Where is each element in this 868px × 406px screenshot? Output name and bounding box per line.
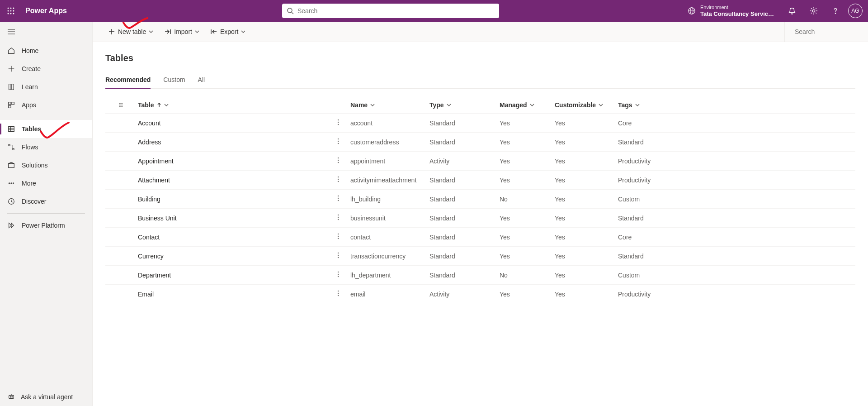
app-launcher-button[interactable] [0,0,22,22]
cell-tags: Standard [613,133,855,152]
sidebar-item-apps[interactable]: Apps [0,96,92,114]
row-select[interactable] [105,285,132,304]
row-actions-button[interactable] [331,152,345,171]
cell-type: Activity [424,152,494,171]
table-row[interactable]: Buildinglh_buildingStandardNoYesCustom [105,190,855,209]
cell-display-name[interactable]: Business Unit [132,209,331,228]
row-select[interactable] [105,228,132,247]
table-row[interactable]: ContactcontactStandardYesYesCore [105,228,855,247]
ask-virtual-agent-button[interactable]: Ask a virtual agent [0,388,92,406]
sidebar-item-discover[interactable]: Discover [0,192,92,210]
environment-picker[interactable]: Environment Tata Consultancy Servic… [680,5,781,18]
svg-point-77 [338,293,339,294]
waffle-icon [7,7,14,14]
cell-display-name[interactable]: Email [132,285,331,304]
column-header-managed[interactable]: Managed [494,97,549,114]
cell-display-name[interactable]: Department [132,266,331,285]
sidebar-item-label: Flows [22,143,38,151]
notifications-button[interactable] [781,0,803,22]
cell-display-name[interactable]: Currency [132,247,331,266]
cell-display-name[interactable]: Account [132,114,331,133]
cell-tags: Custom [613,266,855,285]
cell-customizable: Yes [549,114,613,133]
table-row[interactable]: AccountaccountStandardYesYesCore [105,114,855,133]
column-header-tags[interactable]: Tags [613,97,855,114]
row-actions-button[interactable] [331,247,345,266]
select-all-column[interactable] [105,97,132,114]
row-select[interactable] [105,171,132,190]
global-search-input[interactable] [297,7,495,14]
svg-point-58 [338,177,339,177]
collapse-sidebar-button[interactable] [0,22,92,42]
help-button[interactable] [825,0,846,22]
row-actions-button[interactable] [331,114,345,133]
row-select[interactable] [105,190,132,209]
row-actions-button[interactable] [331,171,345,190]
sidebar-item-solutions[interactable]: Solutions [0,156,92,174]
row-select[interactable] [105,266,132,285]
row-select[interactable] [105,114,132,133]
row-actions-button[interactable] [331,285,345,304]
sidebar-item-label: Learn [22,83,38,91]
row-actions-button[interactable] [331,190,345,209]
sidebar-item-learn[interactable]: Learn [0,78,92,96]
svg-rect-30 [9,163,14,167]
cell-name: businessunit [345,209,424,228]
tab-recommended[interactable]: Recommended [105,73,151,89]
table-row[interactable]: AttachmentactivitymimeattachmentStandard… [105,171,855,190]
row-select[interactable] [105,209,132,228]
cell-type: Standard [424,209,494,228]
table-row[interactable]: AppointmentappointmentActivityYesYesProd… [105,152,855,171]
column-header-name[interactable]: Name [345,97,424,114]
column-header-table[interactable]: Table [132,97,331,114]
cell-type: Standard [424,266,494,285]
table-row[interactable]: Business UnitbusinessunitStandardYesYesS… [105,209,855,228]
sidebar-item-tables[interactable]: Tables [0,120,92,138]
global-search[interactable] [282,4,499,18]
cell-tags: Core [613,228,855,247]
sidebar-item-create[interactable]: Create [0,60,92,78]
row-select[interactable] [105,133,132,152]
new-table-button[interactable]: New table [104,25,158,38]
svg-point-28 [9,144,10,146]
cell-display-name[interactable]: Attachment [132,171,331,190]
svg-rect-23 [9,105,11,108]
tab-custom[interactable]: Custom [163,73,185,89]
svg-rect-22 [12,102,14,105]
user-avatar[interactable]: AG [848,4,863,18]
row-actions-button[interactable] [331,209,345,228]
table-search[interactable] [784,22,868,42]
table-row[interactable]: Departmentlh_departmentStandardNoYesCust… [105,266,855,285]
settings-button[interactable] [803,0,825,22]
row-actions-button[interactable] [331,266,345,285]
tables-grid: Table Name Type Ma [105,97,855,303]
cell-name: activitymimeattachment [345,171,424,190]
export-button[interactable]: Export [206,25,250,38]
cell-name: account [345,114,424,133]
sidebar-item-home[interactable]: Home [0,42,92,60]
row-select[interactable] [105,152,132,171]
cell-display-name[interactable]: Address [132,133,331,152]
column-header-type[interactable]: Type [424,97,494,114]
sidebar-item-more[interactable]: More [0,174,92,192]
import-button[interactable]: Import [160,25,204,38]
svg-point-68 [338,236,339,237]
tab-all[interactable]: All [198,73,205,89]
cell-name: contact [345,228,424,247]
row-select[interactable] [105,247,132,266]
svg-point-31 [9,183,9,184]
row-actions-button[interactable] [331,133,345,152]
table-row[interactable]: CurrencytransactioncurrencyStandardYesYe… [105,247,855,266]
table-search-input[interactable] [795,28,868,35]
sidebar-item-flows[interactable]: Flows [0,138,92,156]
table-row[interactable]: AddresscustomeraddressStandardYesYesStan… [105,133,855,152]
cell-display-name[interactable]: Contact [132,228,331,247]
sidebar-item-power-platform[interactable]: Power Platform [0,216,92,234]
svg-line-10 [292,12,293,14]
column-header-customizable[interactable]: Customizable [549,97,613,114]
row-actions-button[interactable] [331,228,345,247]
cell-display-name[interactable]: Building [132,190,331,209]
table-row[interactable]: EmailemailActivityYesYesProductivity [105,285,855,304]
cell-display-name[interactable]: Appointment [132,152,331,171]
svg-point-53 [338,141,339,142]
